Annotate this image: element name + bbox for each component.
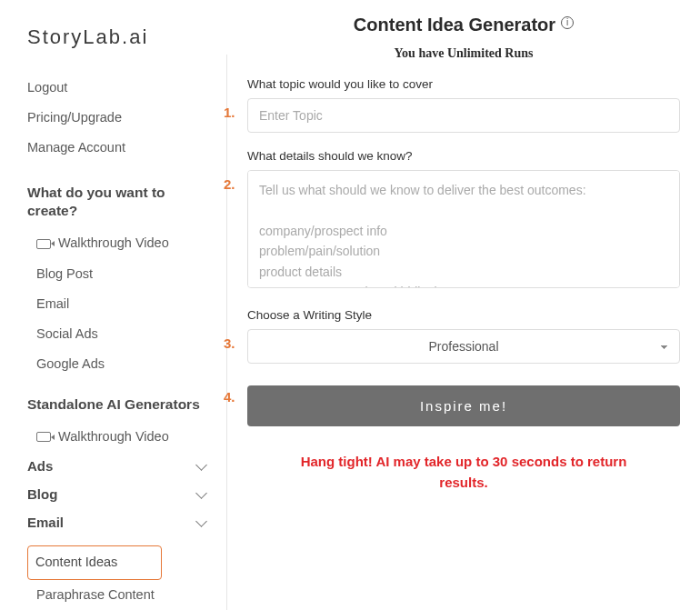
app-logo: StoryLab.ai	[27, 25, 148, 49]
main-content: Content Idea Generator i You have Unlimi…	[227, 0, 700, 610]
video-icon	[36, 239, 51, 249]
nav-email[interactable]: Email	[27, 289, 226, 319]
manage-account-link[interactable]: Manage Account	[27, 133, 226, 163]
sidebar: Logout Pricing/Upgrade Manage Account Wh…	[0, 55, 227, 610]
nav-item-label: Email	[36, 294, 69, 315]
chevron-down-icon	[195, 460, 208, 473]
page-title: Content Idea Generator	[354, 15, 555, 35]
pricing-link[interactable]: Pricing/Upgrade	[27, 103, 226, 133]
nav-item-label: Google Ads	[36, 354, 105, 375]
nav-item-label: Paraphrase Content	[36, 585, 155, 605]
chevron-down-icon	[195, 516, 208, 529]
wait-message: Hang tight! AI may take up to 30 seconds…	[247, 452, 680, 493]
nav-standalone-walkthrough[interactable]: Walkthrough Video	[27, 422, 226, 452]
style-label: Choose a Writing Style	[247, 308, 680, 322]
nav-collapse-email[interactable]: Email	[27, 508, 226, 536]
nav-collapse-label: Ads	[27, 458, 53, 474]
step-number-4: 4.	[224, 389, 235, 405]
video-icon	[36, 432, 51, 442]
create-heading: What do you want to create?	[27, 184, 226, 222]
step-number-2: 2.	[224, 176, 235, 192]
standalone-heading: Standalone AI Generators	[27, 395, 226, 415]
logout-link[interactable]: Logout	[27, 73, 226, 103]
topic-input[interactable]	[247, 98, 680, 133]
nav-item-label: Walkthrough Video	[58, 426, 169, 447]
nav-collapse-blog[interactable]: Blog	[27, 480, 226, 508]
details-textarea[interactable]	[247, 170, 680, 288]
info-icon[interactable]: i	[561, 16, 574, 29]
account-nav: Logout Pricing/Upgrade Manage Account	[27, 73, 226, 164]
topic-label: What topic would you like to cover	[247, 77, 680, 91]
nav-item-label: Social Ads	[36, 324, 98, 345]
step-number-3: 3.	[224, 335, 235, 351]
step-number-1: 1.	[224, 105, 235, 120]
nav-blog-post[interactable]: Blog Post	[27, 259, 226, 289]
nav-item-label: Walkthrough Video	[58, 233, 169, 254]
nav-item-label: Content Ideas	[35, 552, 117, 573]
nav-collapse-label: Blog	[27, 486, 57, 502]
nav-social-ads[interactable]: Social Ads	[27, 319, 226, 349]
nav-content-ideas[interactable]: Content Ideas	[27, 545, 162, 579]
details-label: What details should we know?	[247, 149, 680, 163]
nav-walkthrough-video[interactable]: Walkthrough Video	[27, 228, 226, 258]
inspire-button[interactable]: Inspire me!	[247, 385, 680, 426]
chevron-down-icon	[195, 488, 208, 501]
runs-subtitle: You have Unlimited Runs	[247, 46, 680, 61]
nav-item-label: Blog Post	[36, 264, 93, 285]
nav-collapse-ads[interactable]: Ads	[27, 452, 226, 480]
style-select[interactable]: Professional	[247, 329, 680, 364]
nav-paraphrase[interactable]: Paraphrase Content	[27, 580, 226, 610]
nav-google-ads[interactable]: Google Ads	[27, 349, 226, 379]
nav-collapse-label: Email	[27, 515, 64, 530]
